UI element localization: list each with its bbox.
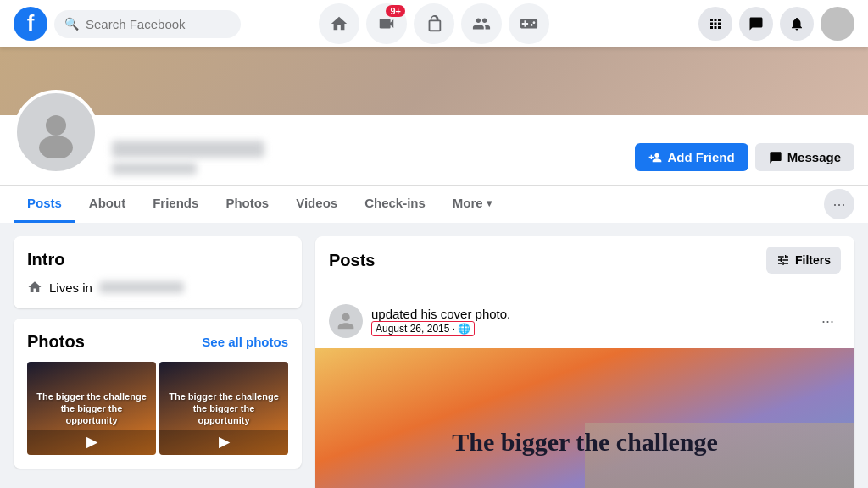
tab-photos[interactable]: Photos: [212, 186, 282, 223]
search-input[interactable]: [86, 17, 231, 31]
search-bar[interactable]: 🔍: [54, 10, 241, 38]
marketplace-nav-button[interactable]: [414, 3, 454, 44]
home-nav-button[interactable]: [319, 3, 359, 44]
topbar-center: 9+: [294, 3, 575, 44]
user-avatar[interactable]: [821, 7, 854, 41]
photo-thumb-1[interactable]: The bigger the challengethe bigger the o…: [27, 362, 156, 455]
tab-posts[interactable]: Posts: [14, 186, 75, 223]
post-options-button[interactable]: ···: [815, 309, 841, 334]
message-icon: [769, 151, 782, 164]
groups-nav-button[interactable]: [461, 3, 502, 44]
post-date-row: August 26, 2015 · 🌐: [371, 321, 806, 336]
tab-more[interactable]: More ▾: [439, 186, 505, 223]
profile-name: [112, 141, 264, 158]
cover-photo: [0, 47, 868, 115]
location-blurred: [99, 281, 184, 293]
profile-nav: Posts About Friends Photos Videos Check-…: [0, 185, 868, 223]
video-badge: 9+: [386, 5, 405, 17]
post-ellipsis-icon: ···: [821, 313, 834, 330]
right-column: Posts Filters updated his cover photo.: [315, 236, 854, 488]
gaming-nav-button[interactable]: [509, 3, 549, 44]
main-content: Intro Lives in Photos See all photos The…: [0, 223, 868, 488]
profile-actions: Add Friend Message: [635, 143, 854, 175]
add-friend-button[interactable]: Add Friend: [635, 143, 748, 171]
profile-info: [112, 141, 635, 175]
cover-area: Add Friend Message Posts About Friends P…: [0, 47, 868, 223]
profile-section: Add Friend Message: [0, 115, 868, 185]
post-image-text: The bigger the challenge: [452, 425, 718, 458]
notifications-icon: [789, 16, 804, 31]
profile-avatar: [14, 90, 98, 175]
post-header: updated his cover photo. August 26, 2015…: [315, 294, 854, 348]
groups-icon: [472, 14, 491, 33]
photo-thumb-2[interactable]: The bigger the challengethe bigger the o…: [159, 362, 288, 455]
see-all-photos-link[interactable]: See all photos: [202, 335, 288, 349]
video-icon: [377, 14, 396, 33]
post-image: The bigger the challenge: [315, 348, 854, 488]
post-user-icon: [334, 309, 358, 333]
topbar-right: [574, 7, 854, 41]
tab-about[interactable]: About: [75, 186, 139, 223]
facebook-logo[interactable]: f: [14, 7, 47, 41]
tab-friends[interactable]: Friends: [139, 186, 212, 223]
message-button[interactable]: Message: [755, 143, 854, 171]
posts-title: Posts: [329, 251, 375, 270]
gaming-icon: [520, 14, 538, 33]
photo-text-2: The bigger the challengethe bigger the o…: [166, 391, 281, 427]
intro-lives-row: Lives in: [27, 280, 288, 295]
filters-icon: [776, 253, 790, 267]
post-item: updated his cover photo. August 26, 2015…: [315, 294, 854, 488]
left-column: Intro Lives in Photos See all photos The…: [14, 236, 302, 488]
photos-header: Photos See all photos: [27, 332, 288, 352]
intro-card: Intro Lives in: [14, 236, 302, 308]
more-options-button[interactable]: ···: [824, 189, 854, 219]
photos-grid: The bigger the challengethe bigger the o…: [27, 362, 288, 455]
messenger-icon: [748, 16, 764, 31]
topbar: f 🔍 9+: [0, 0, 868, 47]
photo-play-icon-2: ▶: [219, 433, 229, 452]
post-action: updated his cover photo.: [371, 307, 806, 321]
home-small-icon: [27, 280, 42, 295]
tab-checkins[interactable]: Check-ins: [351, 186, 439, 223]
home-icon: [330, 14, 348, 33]
photos-title: Photos: [27, 332, 85, 352]
svg-point-2: [46, 115, 66, 136]
avatar-icon: [31, 107, 81, 158]
photo-play-icon: ▶: [86, 433, 97, 452]
svg-point-3: [39, 136, 73, 158]
photo-text-1: The bigger the challengethe bigger the o…: [34, 391, 149, 427]
apps-icon: [708, 16, 723, 31]
notifications-button[interactable]: [780, 7, 814, 41]
topbar-left: f 🔍: [14, 7, 294, 41]
post-meta: updated his cover photo. August 26, 2015…: [371, 307, 806, 336]
tab-videos[interactable]: Videos: [282, 186, 351, 223]
posts-section: Posts Filters updated his cover photo.: [315, 236, 854, 488]
ellipsis-icon: ···: [832, 196, 845, 214]
marketplace-icon: [425, 14, 443, 33]
svg-text:f: f: [27, 10, 35, 36]
chevron-down-icon: ▾: [487, 197, 492, 209]
filters-button[interactable]: Filters: [766, 247, 841, 274]
apps-button[interactable]: [698, 7, 732, 41]
add-friend-icon: [648, 151, 662, 164]
post-avatar: [329, 304, 363, 338]
messenger-button[interactable]: [739, 7, 773, 41]
video-nav-button[interactable]: 9+: [366, 3, 407, 44]
posts-header: Posts Filters: [315, 236, 854, 284]
post-date-highlighted[interactable]: August 26, 2015 · 🌐: [371, 321, 475, 336]
intro-title: Intro: [27, 250, 288, 269]
profile-sub: [112, 163, 197, 175]
photos-card: Photos See all photos The bigger the cha…: [14, 319, 302, 469]
search-icon: 🔍: [64, 17, 79, 30]
